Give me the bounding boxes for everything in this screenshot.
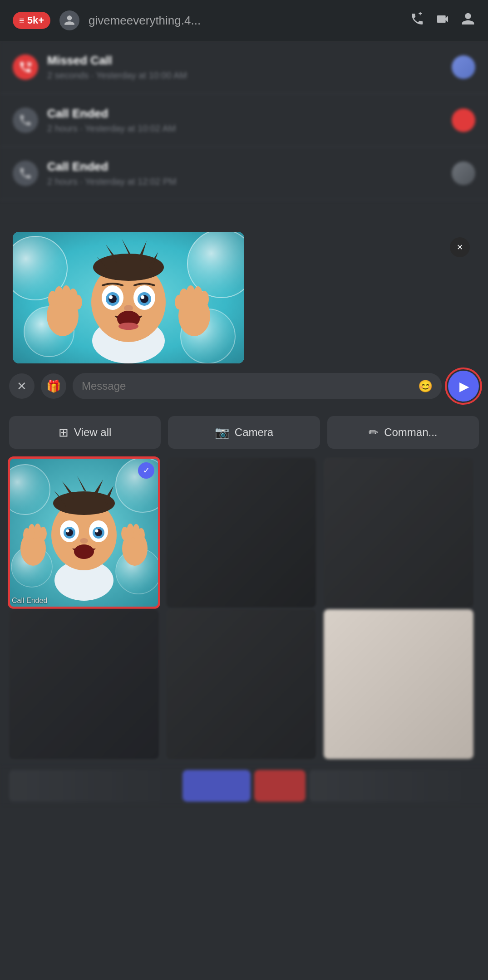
svg-point-62 bbox=[74, 544, 94, 559]
media-check-badge: ✓ bbox=[138, 462, 154, 479]
gift-button[interactable]: 🎁 bbox=[41, 373, 66, 399]
header: 5k+ givemeeverything.4... bbox=[0, 0, 488, 41]
chat-item-call-ended-2[interactable]: Call Ended 2 hours · Yesterday at 12:02 … bbox=[0, 147, 488, 200]
svg-point-47 bbox=[53, 491, 115, 515]
call-ended-icon-1 bbox=[13, 108, 38, 133]
emoji-button[interactable]: 😊 bbox=[418, 379, 433, 393]
gift-icon: 🎁 bbox=[46, 379, 61, 393]
camera-button[interactable]: 📷 Camera bbox=[168, 416, 320, 449]
message-input-wrapper[interactable]: 😊 bbox=[73, 373, 442, 399]
media-item-3[interactable] bbox=[9, 609, 159, 759]
chat-item-title: Missed Call bbox=[47, 54, 443, 68]
chat-item-avatar-3 bbox=[452, 162, 475, 185]
command-button[interactable]: ✏ Comman... bbox=[327, 416, 479, 449]
svg-point-72 bbox=[121, 527, 128, 540]
user-icon[interactable] bbox=[59, 10, 79, 30]
svg-point-32 bbox=[74, 295, 82, 309]
close-icon: ✕ bbox=[17, 379, 27, 393]
missed-call-icon bbox=[13, 54, 38, 80]
chat-item-missed-call[interactable]: Missed Call 2 seconds · Yesterday at 10:… bbox=[0, 41, 488, 94]
media-item-label: Call Ended bbox=[12, 597, 47, 605]
bottom-item-1 bbox=[9, 770, 179, 802]
video-camera-icon[interactable] bbox=[435, 12, 450, 29]
chat-item-avatar bbox=[452, 55, 475, 79]
gif-preview-container: × bbox=[13, 232, 475, 363]
profile-icon[interactable] bbox=[461, 12, 475, 29]
message-bar: ✕ 🎁 😊 ▶ bbox=[0, 363, 488, 409]
chat-title: givemeeverything.4... bbox=[89, 14, 401, 28]
view-all-button[interactable]: ⊞ View all bbox=[9, 416, 161, 449]
media-item-1[interactable] bbox=[166, 458, 316, 608]
media-item-4[interactable] bbox=[166, 609, 316, 759]
media-grid: ✓ Call Ended bbox=[0, 456, 488, 761]
page-footer bbox=[0, 806, 488, 843]
gif-preview bbox=[13, 232, 244, 363]
notification-badge[interactable]: 5k+ bbox=[13, 12, 50, 29]
view-all-label: View all bbox=[74, 426, 111, 439]
action-buttons-row: ⊞ View all 📷 Camera ✏ Comman... bbox=[0, 409, 488, 456]
svg-point-22 bbox=[109, 295, 113, 299]
camera-icon: 📷 bbox=[215, 426, 229, 440]
svg-point-10 bbox=[93, 254, 164, 281]
svg-point-24 bbox=[124, 305, 133, 311]
chat-item-subtitle: 2 seconds · Yesterday at 10:00 AM bbox=[47, 70, 443, 81]
camera-label: Camera bbox=[235, 426, 273, 439]
command-label: Comman... bbox=[384, 426, 437, 439]
svg-point-60 bbox=[95, 529, 99, 533]
chat-item-avatar-2 bbox=[452, 108, 475, 132]
bottom-item-3 bbox=[254, 770, 305, 802]
media-item-5[interactable] bbox=[324, 609, 473, 759]
phone-call-icon[interactable] bbox=[410, 12, 424, 29]
svg-point-67 bbox=[39, 527, 47, 540]
svg-point-26 bbox=[118, 323, 138, 330]
chat-list: Missed Call 2 seconds · Yesterday at 10:… bbox=[0, 41, 488, 200]
bottom-item-2 bbox=[182, 770, 251, 802]
chat-item-content-2: Call Ended 2 hours · Yesterday at 10:02 … bbox=[47, 107, 443, 134]
chat-item-subtitle-2: 2 hours · Yesterday at 10:02 AM bbox=[47, 123, 443, 134]
chat-item-content-3: Call Ended 2 hours · Yesterday at 12:02 … bbox=[47, 160, 443, 187]
media-item-2[interactable] bbox=[324, 458, 473, 608]
send-button[interactable]: ▶ bbox=[448, 371, 479, 402]
svg-point-23 bbox=[141, 295, 144, 299]
cancel-button[interactable]: ✕ bbox=[9, 373, 35, 399]
spacer bbox=[0, 200, 488, 218]
chat-item-title-3: Call Ended bbox=[47, 160, 443, 174]
call-ended-icon-2 bbox=[13, 161, 38, 186]
gif-close-button[interactable]: × bbox=[450, 237, 470, 257]
send-icon: ▶ bbox=[459, 379, 469, 394]
bottom-item-4 bbox=[309, 770, 479, 802]
media-item-0[interactable]: ✓ Call Ended bbox=[9, 458, 159, 608]
grid-icon: ⊞ bbox=[59, 426, 69, 440]
svg-point-38 bbox=[175, 295, 183, 309]
bottom-area bbox=[0, 765, 488, 806]
message-input[interactable] bbox=[82, 380, 414, 392]
header-actions bbox=[410, 12, 475, 29]
svg-point-61 bbox=[80, 538, 88, 544]
chat-item-title-2: Call Ended bbox=[47, 107, 443, 121]
chat-item-subtitle-3: 2 hours · Yesterday at 12:02 PM bbox=[47, 176, 443, 187]
chat-item-call-ended-1[interactable]: Call Ended 2 hours · Yesterday at 10:02 … bbox=[0, 94, 488, 147]
edit-icon: ✏ bbox=[369, 426, 379, 440]
svg-point-59 bbox=[66, 529, 69, 533]
chat-item-content: Missed Call 2 seconds · Yesterday at 10:… bbox=[47, 54, 443, 81]
